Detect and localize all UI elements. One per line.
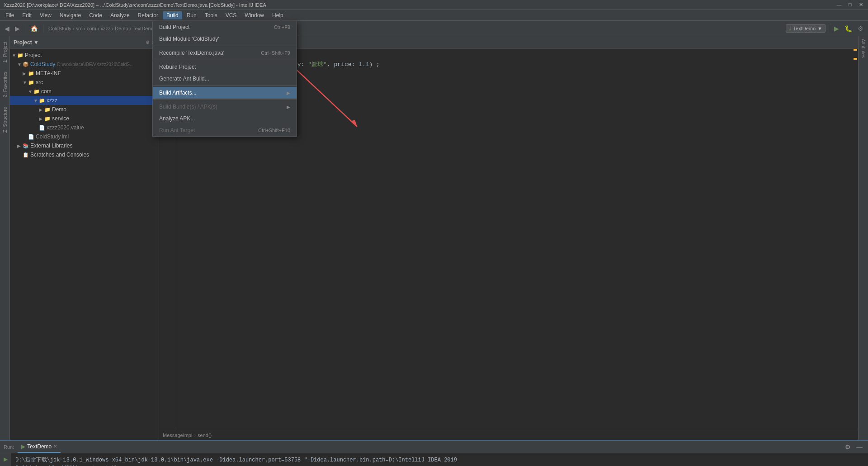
home-button[interactable]: 🏠 — [28, 24, 40, 33]
nav-forward-button[interactable]: ▶ — [13, 24, 22, 33]
tree-arrow-com: ▼ — [28, 89, 33, 94]
output-line-2: Ball{classify='篮球', price=1.1} — [15, 464, 863, 466]
tree-item-metainf[interactable]: ▶ 📁 META-INF — [10, 69, 159, 78]
run-ant-item[interactable]: Run Ant Target Ctrl+Shift+F10 — [153, 124, 297, 136]
dropdown-sep-1 — [153, 46, 297, 46]
left-panel: 1: Project 2: Favorites Z: Structure — [0, 36, 10, 440]
menu-item-help[interactable]: Help — [269, 11, 287, 19]
menu-item-tools[interactable]: Tools — [201, 11, 221, 19]
tree-label-value: xzzz2020.value — [47, 124, 84, 131]
dropdown-sep-2 — [153, 60, 297, 60]
close-button[interactable]: ✕ — [857, 2, 864, 8]
menu-item-view[interactable]: View — [36, 11, 55, 19]
folder-icon-xzzz: 📁 — [39, 98, 45, 104]
tree-item-coldstudy[interactable]: ▼ 📦 ColdStudy D:\workplace\IDEA\Xzzz2020… — [10, 60, 159, 69]
generate-ant-item[interactable]: Generate Ant Build... — [153, 73, 297, 85]
tree-label-service: service — [52, 115, 69, 122]
recompile-item[interactable]: Recompile 'TextDemo.java' Ctrl+Shift+F9 — [153, 47, 297, 59]
sidebar-tree: ▼ 📁 Project ▼ 📦 ColdStudy D:\workplace\I… — [10, 49, 159, 440]
project-sidebar: Project ▼ ⚙ ⊞ ▼ 📁 Project ▼ 📦 ColdStudy … — [10, 36, 159, 440]
recompile-shortcut: Ctrl+Shift+F9 — [261, 50, 290, 56]
tree-item-iml[interactable]: 📄 ColdStudy.iml — [10, 132, 159, 141]
menu-item-refactor[interactable]: Refactor — [134, 11, 162, 19]
library-icon: 📚 — [23, 143, 29, 149]
breadcrumb-item-2[interactable]: send() — [198, 433, 212, 438]
title-bar: Xzzz2020 [D:\workplace\IDEA\Xzzz2020] – … — [0, 0, 868, 10]
menu-item-analyze[interactable]: Analyze — [107, 11, 133, 19]
tree-item-service[interactable]: ▶ 📁 service — [10, 114, 159, 123]
tree-item-value[interactable]: 📄 xzzz2020.value — [10, 123, 159, 132]
dropdown-sep-4 — [153, 100, 297, 100]
file-icon-value: 📄 — [39, 125, 45, 131]
tree-label-metainf: META-INF — [36, 70, 61, 76]
settings-button[interactable]: ⚙ — [856, 24, 865, 33]
tree-arrow-coldstudy: ▼ — [17, 62, 23, 67]
attributes-tab[interactable]: Attributes — [860, 36, 867, 61]
tree-item-demo[interactable]: ▶ 📁 Demo — [10, 105, 159, 114]
build-project-item[interactable]: Build Project Ctrl+F9 — [153, 21, 297, 33]
run-label: Run: — [4, 444, 14, 450]
run-settings-icon[interactable]: ⚙ — [843, 442, 853, 452]
tree-item-scratches[interactable]: 📋 Scratches and Consoles — [10, 150, 159, 159]
tree-item-src[interactable]: ▼ 📁 src — [10, 78, 159, 87]
folder-icon-demo: 📁 — [44, 107, 51, 113]
run-tab-icon: ▶ — [21, 443, 25, 450]
build-module-label: Build Module 'ColdStudy' — [159, 36, 219, 42]
menu-item-run[interactable]: Run — [183, 11, 200, 19]
run-minimize-icon[interactable]: — — [854, 442, 864, 452]
tree-arrow-value — [33, 125, 39, 130]
title-controls: — □ ✕ — [835, 2, 864, 8]
tree-label-project: Project — [25, 52, 42, 58]
minimize-button[interactable]: — — [835, 2, 843, 8]
tree-arrow-external: ▶ — [17, 143, 23, 148]
run-restart-button[interactable]: ▶ — [1, 455, 9, 463]
debug-button[interactable]: 🐛 — [843, 24, 854, 33]
breadcrumb-item-1[interactable]: MessageImpl — [163, 433, 192, 438]
menu-item-code[interactable]: Code — [85, 11, 106, 19]
build-bundles-arrow: ▶ — [287, 105, 290, 109]
output-line-1: D:\迅雷下载\jdk-13.0.1_windows-x64_bin\jdk-1… — [15, 456, 863, 464]
project-folder-icon: 📁 — [17, 52, 24, 58]
right-panel: Attributes — [858, 36, 868, 440]
menu-item-build[interactable]: Build — [163, 11, 182, 19]
rebuild-project-item[interactable]: Rebuild Project — [153, 61, 297, 73]
tree-label-xzzz: xzzz — [47, 97, 57, 104]
menu-item-edit[interactable]: Edit — [19, 11, 35, 19]
favorites-tab[interactable]: 2: Favorites — [1, 68, 9, 101]
run-tab-textdemo[interactable]: ▶ TextDemo ✕ — [18, 441, 61, 453]
run-tab-close[interactable]: ✕ — [53, 444, 57, 449]
build-artifacts-arrow: ▶ — [287, 90, 290, 95]
nav-back-button[interactable]: ◀ — [3, 24, 11, 33]
toolbar-separator — [25, 24, 25, 33]
tree-arrow-demo: ▶ — [39, 107, 44, 112]
run-config-dropdown[interactable]: J TextDemo ▼ — [786, 24, 826, 33]
sidebar-settings-icon[interactable]: ⚙ — [146, 40, 150, 45]
analyze-apk-item[interactable]: Analyze APK... — [153, 113, 297, 124]
dropdown-chevron-icon: ▼ — [817, 26, 822, 31]
build-bundles-item[interactable]: Build Bundle(s) / APK(s) ▶ — [153, 101, 297, 113]
run-button[interactable]: ▶ — [832, 24, 841, 33]
project-panel-tab[interactable]: 1: Project — [1, 38, 9, 66]
tree-label-com: com — [41, 88, 52, 95]
tree-item-xzzz[interactable]: ▼ 📁 xzzz — [10, 96, 159, 105]
menu-item-navigate[interactable]: Navigate — [56, 11, 85, 19]
run-config-label: TextDemo — [793, 26, 816, 31]
tree-label-demo: Demo — [52, 106, 66, 113]
menu-item-window[interactable]: Window — [241, 11, 268, 19]
menu-item-file[interactable]: File — [2, 11, 18, 19]
maximize-button[interactable]: □ — [846, 2, 854, 8]
breadcrumb-separator: › — [194, 433, 196, 438]
structure-tab[interactable]: Z: Structure — [1, 103, 9, 136]
recompile-label: Recompile 'TextDemo.java' — [159, 50, 224, 56]
run-stop-button[interactable]: ↑ — [1, 464, 9, 466]
tree-item-com[interactable]: ▼ 📁 com — [10, 87, 159, 96]
menu-item-vcs[interactable]: VCS — [222, 11, 241, 19]
title-text: Xzzz2020 [D:\workplace\IDEA\Xzzz2020] – … — [4, 2, 266, 8]
run-ant-shortcut: Ctrl+Shift+F10 — [258, 128, 290, 133]
tree-item-external[interactable]: ▶ 📚 External Libraries — [10, 141, 159, 150]
build-project-label: Build Project — [159, 24, 189, 30]
tree-item-project[interactable]: ▼ 📁 Project — [10, 51, 159, 60]
folder-icon-src: 📁 — [28, 80, 34, 86]
build-module-item[interactable]: Build Module 'ColdStudy' — [153, 33, 297, 45]
build-artifacts-item[interactable]: Build Artifacts... ▶ — [153, 87, 297, 99]
